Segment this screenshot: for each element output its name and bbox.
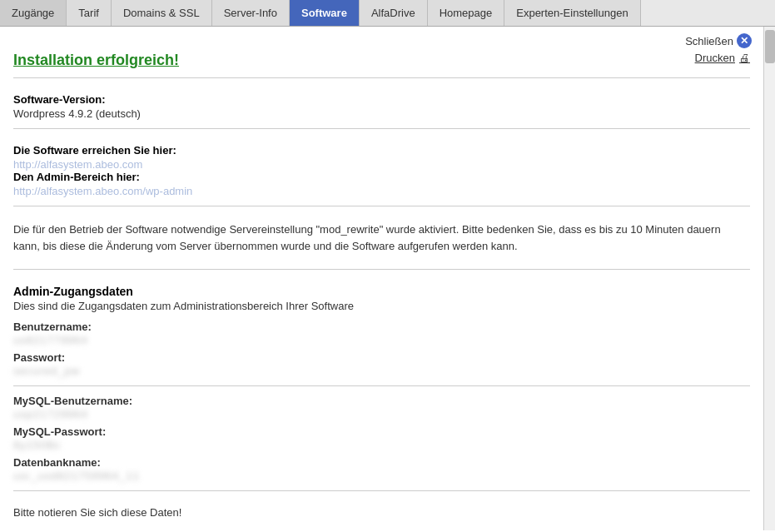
- username-label: Benutzername:: [13, 321, 92, 333]
- tab-experten-einstellungen[interactable]: Experten-Einstellungen: [504, 0, 640, 26]
- admin-access-desc: Dies sind die Zugangsdaten zum Administr…: [13, 300, 750, 312]
- action-bar: Schließen ✕: [0, 27, 763, 52]
- content-area: Schließen ✕ Installation erfolgreich! Dr…: [0, 27, 763, 530]
- content-inner: Installation erfolgreich! Drucken 🖨 Soft…: [0, 52, 763, 530]
- close-label: Schließen: [685, 35, 733, 47]
- software-version-label: Software-Version:: [13, 93, 106, 106]
- divider-5: [13, 385, 750, 386]
- divider-4: [13, 269, 750, 270]
- close-button[interactable]: Schließen ✕: [685, 33, 752, 48]
- admin-link[interactable]: http://alfasystem.abeo.com/wp-admin: [13, 185, 750, 197]
- mysql-password-value: 8y150Bc: [13, 439, 750, 451]
- password-value: secured_pw: [13, 365, 750, 377]
- tab-alfadrive[interactable]: AlfaDrive: [360, 0, 428, 26]
- divider-2: [13, 128, 750, 129]
- print-label: Drucken: [695, 52, 735, 64]
- mysql-username-value: usp21729964: [13, 408, 750, 420]
- divider-3: [13, 206, 750, 206]
- divider-1: [13, 77, 750, 78]
- tab-software[interactable]: Software: [290, 0, 360, 26]
- info-text: Die für den Betrieb der Software notwend…: [13, 215, 750, 261]
- tab-server-info[interactable]: Server-Info: [212, 0, 290, 26]
- tab-tarif[interactable]: Tarif: [67, 0, 112, 26]
- scrollbar-track[interactable]: [763, 27, 775, 530]
- success-title: Installation erfolgreich!: [13, 52, 179, 69]
- admin-access-heading: Admin-Zugangsdaten: [13, 285, 750, 298]
- admin-access-block: Admin-Zugangsdaten Dies sind die Zugangs…: [13, 278, 750, 316]
- success-header: Installation erfolgreich! Drucken 🖨: [13, 52, 750, 69]
- tab-domains-ssl[interactable]: Domains & SSL: [112, 0, 212, 26]
- print-icon: 🖨: [739, 52, 750, 64]
- reach-link[interactable]: http://alfasystem.abeo.com: [13, 158, 750, 171]
- scrollbar-thumb[interactable]: [765, 30, 775, 63]
- mysql-username-label: MySQL-Benutzername:: [13, 395, 132, 407]
- mysql-password-label: MySQL-Passwort:: [13, 425, 106, 438]
- tab-bar: Zugänge Tarif Domains & SSL Server-Info …: [0, 0, 775, 27]
- close-icon[interactable]: ✕: [737, 33, 752, 48]
- mysql-username-row: MySQL-Benutzername: usp21729964: [13, 395, 750, 420]
- db-name-value: usr_usd821759964_11: [13, 470, 750, 482]
- mysql-password-row: MySQL-Passwort: 8y150Bc: [13, 425, 750, 451]
- reach-label: Die Software erreichen Sie hier:: [13, 144, 176, 157]
- password-row: Passwort: secured_pw: [13, 351, 750, 377]
- db-name-row: Datenbankname: usr_usd821759964_11: [13, 456, 750, 482]
- links-block: Die Software erreichen Sie hier: http://…: [13, 137, 750, 201]
- tab-zugaenge[interactable]: Zugänge: [0, 0, 67, 26]
- password-label: Passwort:: [13, 351, 65, 364]
- divider-6: [13, 490, 750, 491]
- username-row: Benutzername: us821779964: [13, 321, 750, 346]
- note-text: Bitte notieren Sie sich diese Daten!: [13, 500, 750, 522]
- software-version-value: Wordpress 4.9.2 (deutsch): [13, 107, 750, 120]
- db-name-label: Datenbankname:: [13, 456, 101, 469]
- print-button[interactable]: Drucken 🖨: [695, 52, 750, 64]
- tab-homepage[interactable]: Homepage: [428, 0, 505, 26]
- software-version-block: Software-Version: Wordpress 4.9.2 (deuts…: [13, 87, 750, 123]
- admin-label: Den Admin-Bereich hier:: [13, 171, 140, 183]
- username-value: us821779964: [13, 334, 750, 346]
